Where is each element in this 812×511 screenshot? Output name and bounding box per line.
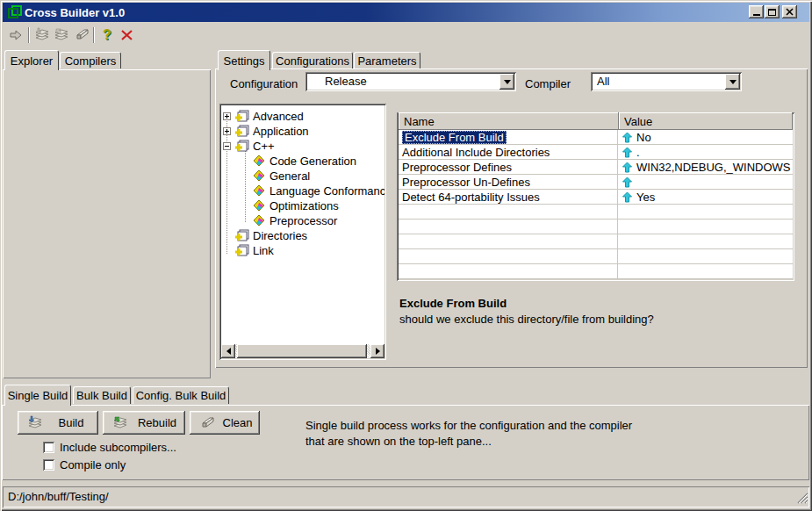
tab-configurations[interactable]: Configurations	[272, 52, 353, 68]
settings-item-directories[interactable]: Directories	[221, 228, 384, 243]
property-value-cell[interactable]: .	[618, 145, 793, 159]
settings-tree-horizontal-scrollbar[interactable]	[221, 344, 384, 358]
settings-tree-panel: Advanced Application C++ Code Generation…	[219, 104, 386, 360]
toolbar: ?	[3, 24, 809, 46]
table-row-empty[interactable]	[399, 249, 793, 264]
clean-button[interactable]: Clean	[190, 411, 260, 435]
toolbar-separator	[28, 27, 30, 43]
property-name-cell[interactable]: Detect 64-portability Issues	[399, 190, 618, 204]
property-name-cell[interactable]: Additional Include Directories	[399, 145, 618, 159]
toolbar-separator	[93, 27, 95, 43]
table-row-empty[interactable]	[399, 234, 793, 249]
tab-settings[interactable]: Settings	[218, 50, 270, 70]
collapse-toggle-icon[interactable]	[223, 142, 231, 150]
property-description-title: Exclude From Build	[399, 297, 507, 310]
go-arrow-icon[interactable]	[6, 26, 25, 44]
configuration-combobox[interactable]: Release	[305, 72, 516, 91]
column-header-value[interactable]: Value	[619, 112, 793, 130]
settings-item-advanced[interactable]: Advanced	[221, 109, 384, 124]
table-row[interactable]: Additional Include Directories .	[399, 145, 793, 160]
settings-item-link[interactable]: Link	[221, 243, 384, 258]
property-value-cell[interactable]: WIN32,NDEBUG,_WINDOWS	[618, 160, 793, 174]
tab-label: Single Build	[8, 389, 68, 402]
table-row-empty[interactable]	[399, 264, 793, 279]
settings-item-cpp[interactable]: C++	[221, 139, 384, 154]
property-value-cell[interactable]	[618, 175, 793, 189]
tree-item-label: Code Generation	[269, 154, 356, 169]
property-name: Preprocessor Un-Defines	[402, 176, 530, 189]
help-icon[interactable]: ?	[97, 26, 117, 44]
table-row[interactable]: Exclude From Build No	[399, 130, 793, 145]
expand-toggle-icon[interactable]	[223, 127, 231, 135]
settings-item-preprocessor[interactable]: Preprocessor	[221, 213, 384, 228]
settings-item-language-conformance[interactable]: Language Conformance	[221, 184, 384, 198]
tab-config-bulk-build[interactable]: Config. Bulk Build	[133, 386, 229, 404]
tab-label: Compilers	[65, 54, 117, 68]
table-row[interactable]: Preprocessor Un-Defines	[399, 175, 793, 190]
arrow-right-icon	[376, 348, 380, 355]
tree-item-label: Optimizations	[269, 198, 339, 213]
settings-item-code-generation[interactable]: Code Generation	[221, 154, 384, 169]
tab-parameters[interactable]: Parameters	[354, 52, 420, 68]
tree-item-label: C++	[253, 139, 275, 154]
column-header-label: Value	[624, 115, 652, 128]
include-subcompilers-checkbox[interactable]	[43, 442, 54, 453]
scroll-thumb[interactable]	[237, 344, 367, 358]
tab-single-build[interactable]: Single Build	[4, 385, 71, 406]
inherit-arrow-icon	[622, 176, 632, 188]
property-name-cell[interactable]: Preprocessor Un-Defines	[399, 175, 618, 189]
dropdown-button[interactable]	[725, 74, 740, 90]
settings-item-application[interactable]: Application	[221, 124, 384, 139]
rebuild-icon[interactable]	[52, 26, 71, 44]
resize-grip[interactable]	[797, 492, 808, 507]
property-value-cell[interactable]: No	[618, 130, 793, 144]
compiler-combobox[interactable]: All	[591, 72, 742, 91]
tab-label: Parameters	[357, 54, 416, 68]
column-header-label: Name	[404, 115, 435, 128]
explorer-page	[3, 69, 211, 378]
build-info-line1: Single build process works for the confi…	[305, 419, 632, 432]
tree-item-label: Directories	[253, 228, 307, 243]
compile-only-checkbox[interactable]	[43, 459, 54, 471]
tab-bulk-build[interactable]: Bulk Build	[73, 386, 131, 404]
tab-compilers[interactable]: Compilers	[60, 52, 121, 68]
minimize-button[interactable]	[749, 5, 764, 18]
property-name-cell[interactable]: Exclude From Build	[399, 130, 618, 144]
table-row[interactable]: Detect 64-portability Issues Yes	[399, 190, 793, 205]
title-bar[interactable]: Cross Builder v1.0	[3, 3, 809, 22]
close-button[interactable]	[782, 5, 797, 18]
property-value-cell[interactable]: Yes	[618, 190, 793, 204]
build-icon[interactable]	[32, 26, 52, 44]
tree-item-label: Preprocessor	[269, 213, 337, 228]
scroll-right-button[interactable]	[370, 344, 384, 358]
clean-icon[interactable]	[71, 26, 90, 44]
maximize-button[interactable]	[765, 5, 780, 18]
close-icon	[786, 8, 794, 16]
compiler-label: Compiler	[525, 77, 571, 90]
scroll-left-button[interactable]	[221, 344, 235, 358]
settings-item-general[interactable]: General	[221, 169, 384, 184]
table-row-empty[interactable]	[399, 220, 793, 234]
chevron-down-icon	[729, 80, 737, 84]
settings-item-optimizations[interactable]: Optimizations	[221, 198, 384, 213]
resize-grip-icon	[797, 493, 808, 504]
tree-item-label: Advanced	[253, 109, 304, 124]
expand-toggle-icon[interactable]	[223, 112, 231, 120]
property-value: .	[636, 146, 640, 159]
dropdown-button[interactable]	[499, 74, 514, 90]
column-header-name[interactable]: Name	[399, 112, 619, 130]
build-button[interactable]: Build	[18, 411, 98, 435]
rebuild-button[interactable]: Rebuild	[103, 411, 185, 435]
build-icon	[26, 415, 44, 430]
tab-label: Config. Bulk Build	[136, 389, 226, 402]
table-row-empty[interactable]	[399, 205, 793, 220]
inherit-arrow-icon	[622, 132, 632, 143]
property-name-selected: Exclude From Build	[402, 131, 507, 144]
window-title: Cross Builder v1.0	[25, 6, 125, 19]
exit-icon[interactable]	[117, 26, 136, 44]
property-name-cell[interactable]: Preprocessor Defines	[399, 160, 618, 174]
tab-explorer[interactable]: Explorer	[4, 50, 59, 70]
category-icon	[234, 244, 249, 261]
table-row[interactable]: Preprocessor Defines WIN32,NDEBUG,_WINDO…	[399, 160, 793, 175]
property-name: Preprocessor Defines	[402, 161, 512, 174]
